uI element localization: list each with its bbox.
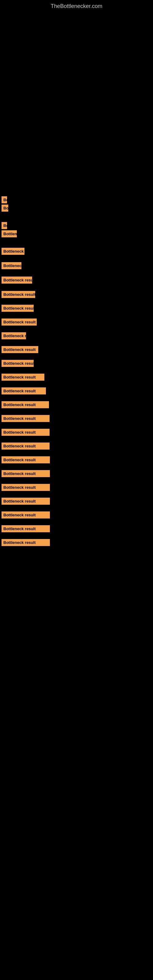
- bottleneck-result-label: Bottleneck result: [2, 401, 49, 408]
- bottleneck-result-label: Bottleneck result: [2, 387, 46, 395]
- bottleneck-result-label: Bottleneck result: [2, 205, 8, 212]
- result-row: Bottleneck result: [0, 387, 153, 401]
- bottleneck-result-label: Bottleneck result: [2, 498, 50, 505]
- result-row: Bottleneck result: [0, 484, 153, 498]
- result-row: Bottleneck result: [0, 525, 153, 539]
- bottleneck-result-label: Bottleneck result: [2, 539, 50, 546]
- result-row: Bottleneck result: [0, 470, 153, 484]
- result-row: Bottleneck result: [0, 332, 153, 346]
- bottleneck-result-label: Bottleneck result: [2, 442, 49, 450]
- result-row: Bottleneck result: [0, 442, 153, 456]
- result-row: Bottleneck result: [0, 291, 153, 305]
- bottleneck-result-label: Bottleneck result: [2, 484, 50, 491]
- bottleneck-result-label: Bottleneck result: [2, 346, 38, 353]
- result-row: Bottleneck result: [0, 318, 153, 332]
- bottleneck-result-label: Bottleneck result: [2, 318, 37, 326]
- bottleneck-result-label: Bottleneck result: [2, 305, 33, 312]
- bottleneck-result-label: Bottleneck result: [2, 230, 17, 237]
- result-row: Bottleneck result: [0, 401, 153, 415]
- site-title: TheBottlenecker.com: [0, 0, 153, 13]
- bottleneck-result-label: Bottleneck result: [2, 262, 21, 269]
- bottleneck-result-label: Bottleneck result: [2, 374, 45, 381]
- result-row: Bottleneck result: [0, 230, 153, 248]
- bottleneck-result-label: Bottleneck result: [2, 360, 33, 367]
- bottleneck-result-label: Bottleneck result: [2, 511, 50, 519]
- result-row: Bottleneck result: [0, 429, 153, 442]
- bottleneck-result-label: Bottleneck result: [2, 525, 50, 532]
- bottleneck-result-label: Bottleneck result: [2, 196, 7, 204]
- result-row: Bottleneck result: [0, 248, 153, 262]
- result-row: Bottleneck result: [0, 346, 153, 360]
- result-row: Bottleneck result: [0, 374, 153, 387]
- bottleneck-result-label: Bottleneck result: [2, 291, 35, 298]
- bottleneck-result-label: Bottleneck result: [2, 277, 32, 283]
- bottleneck-result-label: Bottleneck result: [2, 332, 26, 339]
- result-row: Bottleneck result: [0, 360, 153, 374]
- result-row: Bottleneck result: [0, 277, 153, 291]
- result-row: Bottleneck result: [0, 415, 153, 429]
- result-row: Bottleneck result: [0, 498, 153, 511]
- result-row: Bottleneck result: [0, 539, 153, 553]
- result-row: Bottleneck result: [0, 456, 153, 470]
- bottleneck-result-label: Bottleneck result: [2, 248, 24, 255]
- bottleneck-result-label: Bottleneck result: [2, 456, 50, 463]
- bottleneck-result-label: Bottleneck result: [2, 429, 49, 436]
- bottleneck-result-label: Bottleneck result: [2, 222, 7, 229]
- bottleneck-result-label: Bottleneck result: [2, 415, 49, 422]
- bottleneck-result-label: Bottleneck result: [2, 470, 50, 477]
- result-row: Bottleneck result: [0, 205, 153, 222]
- result-row: Bottleneck result: [0, 305, 153, 318]
- result-row: Bottleneck result: [0, 222, 153, 230]
- result-row: Bottleneck result: [0, 262, 153, 277]
- result-row: Bottleneck result: [0, 511, 153, 525]
- result-row: Bottleneck result: [0, 196, 153, 205]
